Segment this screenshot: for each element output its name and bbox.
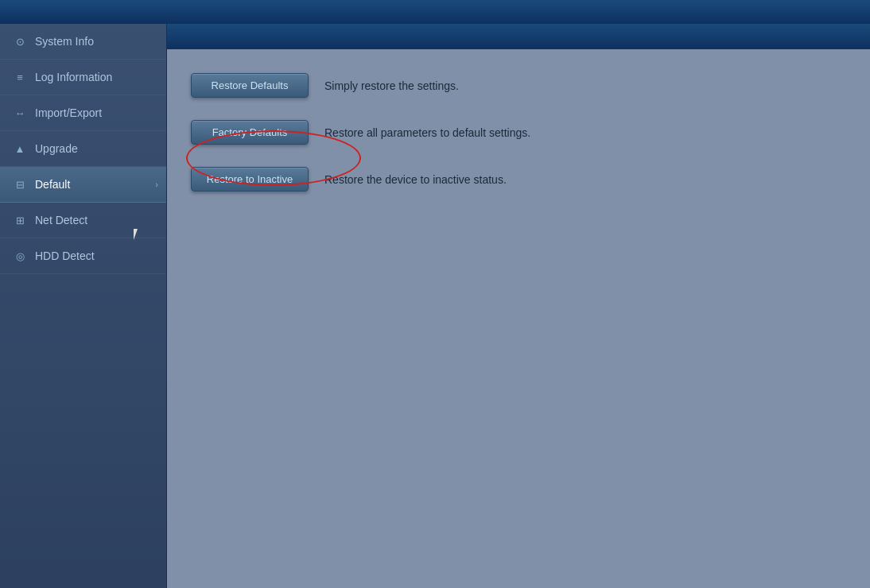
restore-inactive-button[interactable]: Restore to Inactive [191, 167, 309, 191]
sidebar-item-upgrade[interactable]: ▲Upgrade [0, 131, 166, 167]
sidebar-item-system-info[interactable]: ⊙System Info [0, 24, 166, 60]
content-body: Restore DefaultsSimply restore the setti… [167, 49, 870, 588]
log-information-label: Log Information [35, 71, 112, 83]
net-detect-icon: ⊞ [13, 215, 27, 226]
sidebar: ⊙System Info≡Log Information↔Import/Expo… [0, 24, 167, 588]
sidebar-item-log-information[interactable]: ≡Log Information [0, 60, 166, 95]
factory-defaults-description: Restore all parameters to default settin… [324, 126, 530, 139]
upgrade-label: Upgrade [35, 142, 78, 155]
hdd-detect-label: HDD Detect [35, 250, 95, 262]
net-detect-label: Net Detect [35, 214, 87, 226]
system-info-label: System Info [35, 35, 94, 48]
sidebar-item-default[interactable]: ⊟Default› [0, 167, 166, 203]
system-info-icon: ⊙ [13, 36, 27, 48]
title-bar [0, 0, 870, 24]
hdd-detect-icon: ◎ [13, 250, 27, 262]
factory-defaults-button[interactable]: Factory Defaults [191, 120, 309, 145]
sidebar-item-net-detect[interactable]: ⊞Net Detect [0, 203, 166, 238]
action-row-restore-defaults: Restore DefaultsSimply restore the setti… [191, 73, 846, 98]
sidebar-item-hdd-detect[interactable]: ◎HDD Detect [0, 238, 166, 274]
content-area: Restore DefaultsSimply restore the setti… [167, 24, 870, 588]
main-container: ⊙System Info≡Log Information↔Import/Expo… [0, 24, 870, 588]
default-icon: ⊟ [13, 179, 27, 191]
import-export-icon: ↔ [13, 107, 27, 119]
log-information-icon: ≡ [13, 72, 27, 83]
restore-defaults-description: Simply restore the settings. [324, 79, 459, 92]
sidebar-item-import-export[interactable]: ↔Import/Export [0, 95, 166, 131]
content-header [167, 24, 870, 49]
default-label: Default [35, 178, 70, 191]
restore-inactive-description: Restore the device to inactive status. [324, 173, 507, 186]
restore-defaults-button[interactable]: Restore Defaults [191, 73, 309, 98]
action-row-restore-inactive: Restore to InactiveRestore the device to… [191, 167, 846, 191]
default-arrow: › [155, 180, 158, 189]
upgrade-icon: ▲ [13, 143, 27, 155]
import-export-label: Import/Export [35, 106, 102, 119]
action-row-factory-defaults: Factory DefaultsRestore all parameters t… [191, 120, 846, 145]
